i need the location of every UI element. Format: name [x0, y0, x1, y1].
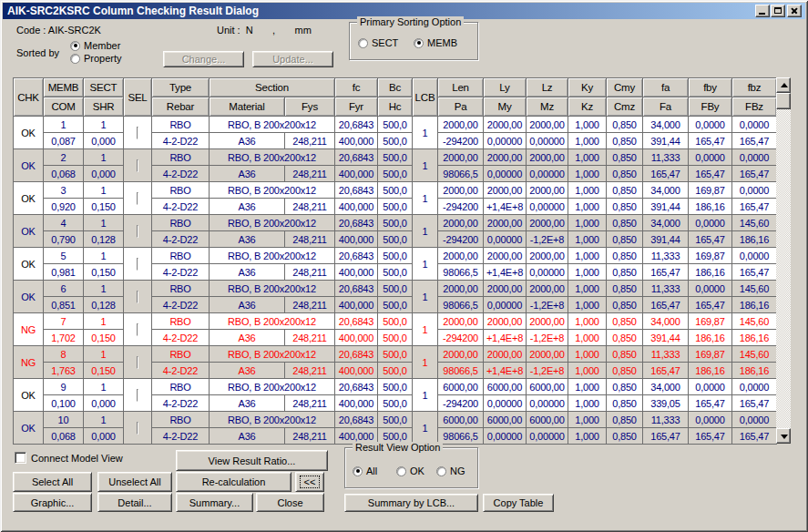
- arrow-up-icon: [781, 83, 788, 87]
- hc-cell: 500,0: [378, 166, 413, 182]
- my-cell: 0,00000: [484, 166, 527, 182]
- memb-cell: 10: [44, 412, 84, 428]
- shr-cell: 0,000: [84, 428, 124, 445]
- cmz-cell: 0,850: [607, 264, 643, 281]
- ky-cell: 1,000: [568, 149, 607, 166]
- sect-cell: 1: [84, 281, 124, 297]
- collapse-button[interactable]: <<: [295, 472, 324, 492]
- detail-button[interactable]: Detail...: [97, 493, 172, 512]
- hc-cell: 500,0: [378, 199, 413, 215]
- len-cell: 2000,00: [438, 313, 484, 330]
- row-select-checkbox[interactable]: [137, 323, 138, 336]
- copy-table-button[interactable]: Copy Table: [483, 494, 554, 512]
- row-select-checkbox[interactable]: [137, 389, 138, 402]
- scroll-down-button[interactable]: [776, 428, 791, 444]
- scroll-up-button[interactable]: [776, 77, 791, 93]
- bc-cell: 500,0: [378, 379, 413, 395]
- fbz2-cell: 165,47: [732, 395, 777, 412]
- material-cell: A36: [210, 330, 285, 346]
- fby-cell: 169,87: [689, 248, 732, 264]
- len-cell: 2000,00: [438, 215, 484, 231]
- lz-cell: 6000,00: [527, 379, 568, 395]
- sorted-by-property-label: Property: [84, 53, 122, 64]
- maximize-button[interactable]: [771, 5, 785, 17]
- result-view-ok-radio[interactable]: OK: [396, 466, 424, 476]
- recalculation-button[interactable]: Re-calculation: [176, 472, 291, 492]
- sect-cell: 1: [84, 248, 124, 264]
- member-row: OK41RBORBO, B 200x200x1220,6843500,01200…: [14, 215, 777, 231]
- minimize-button[interactable]: [755, 5, 770, 17]
- result-table-header: CHK MEMB SECT SEL Type Section fc Bc LCB…: [14, 78, 777, 117]
- fa2-cell: 391,44: [643, 231, 689, 248]
- scrollbar-thumb[interactable]: [776, 93, 791, 109]
- fbz2-cell: 165,47: [732, 264, 777, 281]
- lz-cell: 2000,00: [527, 281, 568, 297]
- fbz2-cell: 165,47: [732, 166, 777, 182]
- sorting-sect-radio[interactable]: SECT: [358, 37, 398, 48]
- rebar-cell: 4-2-D22: [152, 231, 210, 248]
- com-cell: 0,790: [44, 231, 84, 248]
- change-button[interactable]: Change...: [163, 51, 244, 67]
- row-select-checkbox[interactable]: [137, 159, 138, 172]
- row-select-checkbox[interactable]: [137, 192, 138, 205]
- sorted-by-property-radio[interactable]: Property: [70, 53, 122, 64]
- fys-cell: 248,211: [285, 330, 335, 346]
- select-all-button[interactable]: Select All: [13, 472, 92, 492]
- result-view-ng-radio[interactable]: NG: [436, 466, 465, 476]
- len-cell: 2000,00: [438, 248, 484, 264]
- row-select-checkbox[interactable]: [137, 258, 138, 271]
- fa-cell: 34,000: [643, 117, 689, 133]
- chk-cell: OK: [14, 281, 44, 313]
- fbz-cell: 0,0000: [732, 117, 777, 133]
- graphic-button[interactable]: Graphic...: [13, 493, 92, 512]
- connect-model-view-checkbox[interactable]: Connect Model View: [15, 452, 123, 464]
- ly-cell: 2000,00: [484, 313, 527, 330]
- close-dialog-button[interactable]: Close: [256, 493, 324, 512]
- cmy-cell: 0,850: [607, 248, 643, 264]
- result-view-all-radio[interactable]: All: [353, 466, 377, 476]
- row-select-checkbox[interactable]: [137, 127, 138, 139]
- fby2-cell: 186,16: [689, 330, 732, 346]
- fbz-cell: 0,0000: [732, 379, 777, 395]
- fbz-cell: 0,0000: [732, 149, 777, 166]
- sect-cell: 1: [84, 117, 124, 133]
- chk-cell: OK: [14, 412, 44, 445]
- summary-by-lcb-button[interactable]: Summary by LCB...: [344, 494, 478, 512]
- lcb-cell: 1: [413, 346, 438, 379]
- sorting-memb-radio[interactable]: MEMB: [414, 37, 457, 48]
- primary-sorting-option-title: Primary Sorting Option: [357, 16, 464, 27]
- fc-cell: 20,6843: [335, 182, 378, 199]
- result-view-ok-label: OK: [410, 466, 424, 476]
- fc-cell: 20,6843: [335, 346, 378, 363]
- sect-cell: 1: [84, 215, 124, 231]
- row-select-checkbox[interactable]: [137, 356, 138, 369]
- sel-cell: [124, 379, 152, 412]
- collapse-label: <<: [300, 476, 321, 488]
- vertical-scrollbar[interactable]: [776, 77, 791, 444]
- fa-cell: 11,333: [643, 346, 689, 363]
- unselect-all-button[interactable]: Unselect All: [97, 472, 172, 492]
- fc-cell: 20,6843: [335, 379, 378, 395]
- hc-cell: 500,0: [378, 264, 413, 281]
- col-header-sect: SECT: [84, 78, 124, 97]
- ky-cell: 1,000: [568, 248, 607, 264]
- row-select-checkbox[interactable]: [137, 225, 138, 238]
- view-result-ratio-button[interactable]: View Result Ratio...: [176, 450, 328, 471]
- kz-cell: 1,000: [568, 363, 607, 379]
- radio-icon: [358, 38, 368, 48]
- close-button[interactable]: [787, 5, 802, 17]
- material-cell: A36: [210, 363, 285, 379]
- fyr-cell: 400,000: [335, 297, 378, 313]
- fby2-cell: 165,47: [689, 428, 732, 445]
- summary-button[interactable]: Summary...: [176, 493, 253, 512]
- row-select-checkbox[interactable]: [137, 291, 138, 303]
- update-button[interactable]: Update...: [252, 51, 333, 67]
- fyr-cell: 400,000: [335, 166, 378, 182]
- chk-cell: NG: [14, 313, 44, 346]
- fyr-cell: 400,000: [335, 199, 378, 215]
- sorted-by-member-radio[interactable]: Member: [70, 40, 120, 51]
- pa-cell: -294200: [438, 330, 484, 346]
- row-select-checkbox[interactable]: [137, 422, 138, 435]
- fa-cell: 11,333: [643, 248, 689, 264]
- section-cell: RBO, B 200x200x12: [210, 117, 335, 133]
